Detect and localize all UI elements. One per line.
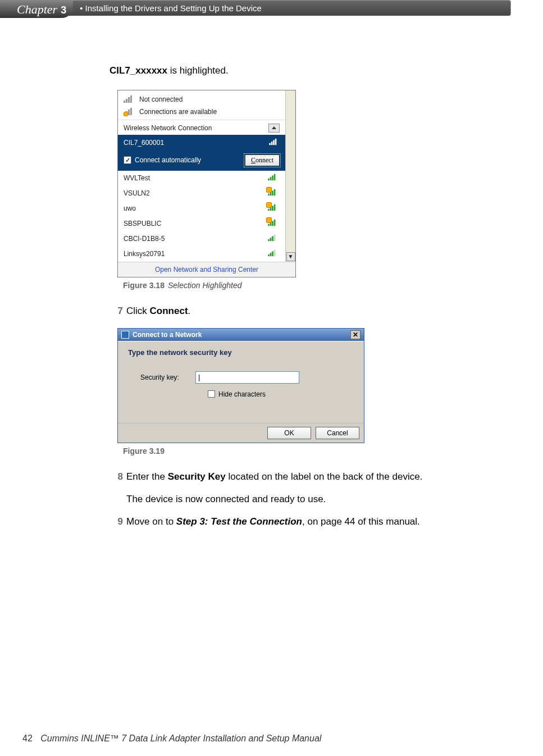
- network-row[interactable]: CBCI-D1B8-5: [118, 231, 285, 247]
- step-9-prefix: Move on to: [126, 516, 176, 527]
- open-network-center-link[interactable]: Open Network and Sharing Center: [118, 262, 295, 277]
- network-row[interactable]: Linksys20791: [118, 247, 285, 262]
- svg-rect-14: [268, 179, 270, 181]
- step-9-number: 9: [109, 516, 123, 527]
- wireless-section-header: Wireless Network Connection: [118, 120, 285, 135]
- cil7-pattern-bold: CIL7_xxxxxx: [109, 65, 167, 76]
- svg-marker-9: [272, 126, 276, 129]
- security-key-input[interactable]: [195, 371, 299, 384]
- scroll-down-icon[interactable]: ▼: [286, 252, 295, 261]
- signal-strength-icon: [267, 174, 280, 183]
- svg-rect-36: [272, 251, 273, 256]
- svg-rect-0: [124, 101, 125, 103]
- signal-bars-available-icon: [124, 107, 135, 116]
- step-8-suffix: located on the label on the back of the …: [226, 471, 423, 482]
- svg-rect-18: [268, 194, 270, 196]
- svg-rect-29: [274, 220, 276, 226]
- svg-rect-19: [270, 192, 272, 195]
- step-8-extra: The device is now connected and ready to…: [126, 494, 514, 505]
- ok-button[interactable]: OK: [267, 427, 311, 439]
- step-8-text: Enter the Security Key located on the la…: [126, 471, 514, 505]
- wireless-section-title: Wireless Network Connection: [124, 124, 212, 132]
- step-9-suffix: , on page 44 of this manual.: [302, 516, 420, 527]
- step-7: 7 Click Connect.: [109, 306, 514, 317]
- figure-security-dialog: Connect to a Network ✕ Type the network …: [117, 328, 364, 443]
- svg-rect-10: [269, 143, 271, 145]
- network-name: uwo: [124, 204, 136, 212]
- not-connected-text: Not connected: [139, 95, 182, 103]
- step-8: 8 Enter the Security Key located on the …: [109, 471, 514, 505]
- svg-rect-30: [268, 239, 270, 242]
- svg-rect-12: [273, 140, 275, 145]
- chapter-header: Chapter 3 • Installing the Drivers and S…: [0, 0, 511, 18]
- svg-rect-35: [270, 253, 272, 256]
- selected-network-name: CIL7_600001: [124, 139, 164, 147]
- wifi-header-row: Not connected: [118, 90, 285, 106]
- page-footer: 42 Cummins INLINE™ 7 Data Link Adapter I…: [22, 734, 321, 744]
- step-9-bolditalic: Step 3: Test the Connection: [176, 516, 302, 527]
- svg-rect-20: [272, 190, 273, 195]
- step-7-text: Click Connect.: [126, 306, 514, 317]
- connect-options-row: ✓ Connect automatically Connect: [118, 151, 285, 171]
- step-9: 9 Move on to Step 3: Test the Connection…: [109, 516, 514, 527]
- svg-rect-31: [270, 238, 272, 241]
- figure-318-title: Selection Highlighted: [168, 281, 242, 290]
- svg-rect-11: [271, 142, 273, 145]
- intro-paragraph: CIL7_xxxxxx is highlighted.: [109, 65, 514, 78]
- connect-button-rest: onnect: [255, 156, 273, 164]
- chapter-tab-left: Chapter 3: [0, 0, 73, 18]
- signal-strength-secured-icon: [267, 204, 280, 213]
- figure-319-caption: Figure 3.19: [123, 447, 514, 456]
- collapse-toggle-icon[interactable]: [268, 124, 280, 133]
- figure-318-label: Figure 3.18: [123, 281, 165, 290]
- connect-button[interactable]: Connect: [245, 154, 280, 166]
- signal-strength-secured-icon: [267, 189, 280, 198]
- svg-rect-32: [272, 236, 273, 241]
- chapter-word: Chapter: [17, 2, 57, 17]
- svg-rect-7: [130, 108, 132, 115]
- figure-319-label: Figure 3.19: [123, 447, 165, 456]
- selected-network-row[interactable]: CIL7_600001: [118, 135, 285, 151]
- svg-rect-33: [274, 235, 276, 241]
- svg-rect-37: [274, 250, 276, 256]
- figure-318-caption: Figure 3.18 Selection Highlighted: [123, 281, 514, 290]
- step-8-bold: Security Key: [168, 471, 226, 482]
- page-number: 42: [22, 734, 33, 743]
- step-9-text: Move on to Step 3: Test the Connection, …: [126, 516, 514, 527]
- connections-available-text: Connections are available: [139, 108, 217, 116]
- hide-characters-checkbox[interactable]: [208, 390, 215, 398]
- connect-auto-checkbox[interactable]: ✓: [124, 156, 131, 164]
- svg-rect-24: [272, 206, 273, 211]
- hide-characters-label: Hide characters: [218, 390, 266, 398]
- svg-rect-13: [275, 139, 277, 145]
- network-row[interactable]: WVLTest: [118, 171, 285, 186]
- page-content: CIL7_xxxxxx is highlighted. Not connecte…: [109, 65, 514, 539]
- network-row[interactable]: uwo: [118, 201, 285, 216]
- svg-point-8: [124, 112, 128, 116]
- svg-rect-23: [270, 207, 272, 211]
- step-7-suffix: .: [188, 306, 191, 316]
- network-row[interactable]: VSULN2: [118, 186, 285, 201]
- svg-rect-28: [272, 221, 273, 226]
- cancel-button[interactable]: Cancel: [316, 427, 359, 439]
- svg-rect-16: [272, 175, 273, 180]
- step-7-prefix: Click: [126, 306, 150, 316]
- svg-rect-1: [126, 99, 127, 103]
- book-title: Cummins INLINE™ 7 Data Link Adapter Inst…: [40, 734, 321, 743]
- network-name: SBSPUBLIC: [124, 220, 161, 227]
- svg-rect-25: [274, 204, 276, 211]
- security-key-label: Security key:: [128, 374, 195, 381]
- step-8-number: 8: [109, 471, 123, 505]
- network-row[interactable]: SBSPUBLIC: [118, 216, 285, 231]
- connect-auto-label: Connect automatically: [135, 156, 201, 164]
- svg-rect-17: [274, 174, 276, 180]
- svg-rect-34: [268, 254, 270, 257]
- close-icon[interactable]: ✕: [350, 330, 361, 339]
- intro-suffix: is highlighted.: [167, 65, 229, 76]
- step-8-prefix: Enter the: [126, 471, 168, 482]
- dialog-title-icon: [121, 331, 129, 339]
- svg-rect-27: [270, 222, 272, 226]
- svg-rect-2: [128, 97, 130, 103]
- chapter-title: • Installing the Drivers and Setting Up …: [63, 0, 511, 16]
- scrollbar[interactable]: ▼: [285, 90, 295, 262]
